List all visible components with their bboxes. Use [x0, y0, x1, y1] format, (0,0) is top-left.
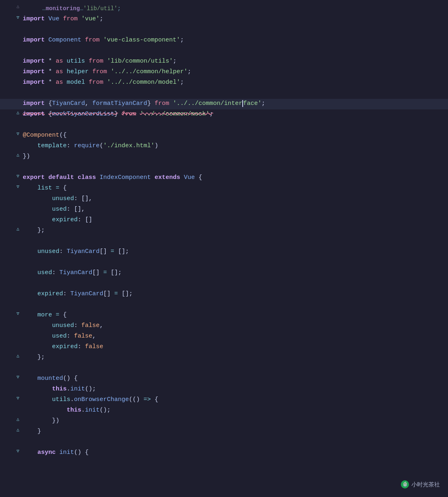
- code-editor: △ …monitoring…'lib/util'; ▽ import Vue f…: [0, 0, 448, 497]
- code-line: [0, 25, 448, 35]
- code-content: unused: [],: [21, 194, 441, 204]
- code-line: [0, 46, 448, 57]
- code-content: unused: TiyanCard[] = [];: [21, 247, 441, 257]
- code-content: }: [21, 427, 441, 437]
- code-content: [21, 162, 441, 172]
- code-content: }): [21, 416, 441, 426]
- code-line: this.init();: [0, 384, 448, 395]
- code-content: used: TiyanCard[] = [];: [21, 268, 441, 278]
- code-line: unused: TiyanCard[] = [];: [0, 247, 448, 257]
- code-line: ▽ async init() {: [0, 448, 448, 458]
- code-line: ▽ utils.onBrowserChange(() => {: [0, 395, 448, 405]
- code-content: import {mockTiyanCardList} from '../../c…: [21, 109, 441, 120]
- code-line: expired: []: [0, 215, 448, 226]
- code-content: mounted() {: [21, 374, 441, 384]
- code-content: more = {: [21, 310, 441, 320]
- watermark: 🍵 小时光茶社: [401, 480, 440, 489]
- fold-icon[interactable]: △: [15, 3, 21, 11]
- code-line: ▽ more = {: [0, 310, 448, 321]
- code-line: [0, 363, 448, 374]
- fold-icon[interactable]: ▽: [15, 173, 21, 180]
- fold-icon[interactable]: △: [15, 353, 21, 360]
- code-content: [21, 120, 441, 130]
- code-content: expired: false: [21, 342, 441, 352]
- code-line: [0, 257, 448, 268]
- code-line: [0, 437, 448, 448]
- code-line: expired: false: [0, 342, 448, 353]
- code-content: [21, 236, 441, 246]
- code-content: import {TiyanCard, formatTiyanCard} from…: [21, 99, 441, 109]
- code-line: ▽ import Vue from 'vue';: [0, 14, 448, 25]
- fold-icon[interactable]: ▽: [15, 310, 21, 318]
- code-content: this.init();: [21, 405, 441, 416]
- code-line: △ }: [0, 427, 448, 437]
- code-line: △ …monitoring…'lib/util';: [0, 3, 448, 14]
- code-content: import Vue from 'vue';: [21, 14, 441, 24]
- code-line: ▽ export default class IndexComponent ex…: [0, 173, 448, 183]
- code-line: △ };: [0, 226, 448, 236]
- code-line: ▽ mounted() {: [0, 374, 448, 384]
- fold-icon[interactable]: △: [15, 427, 21, 434]
- code-line: import Component from 'vue-class-compone…: [0, 35, 448, 46]
- code-line: [0, 300, 448, 310]
- code-content: used: false,: [21, 331, 441, 342]
- code-content: …monitoring…'lib/util';: [21, 3, 441, 14]
- code-line: import * as helper from '../../common/he…: [0, 67, 448, 78]
- code-line: used: [],: [0, 205, 448, 215]
- fold-icon[interactable]: ▽: [15, 448, 21, 455]
- code-line: used: false,: [0, 331, 448, 342]
- code-content: list = {: [21, 183, 441, 194]
- fold-icon[interactable]: △: [15, 152, 21, 159]
- code-line: unused: [],: [0, 194, 448, 205]
- code-line: unused: false,: [0, 321, 448, 331]
- fold-icon[interactable]: ▽: [15, 374, 21, 381]
- fold-icon[interactable]: ▽: [15, 183, 21, 191]
- code-line: △ }): [0, 416, 448, 427]
- code-content: import * as model from '../../common/mod…: [21, 78, 441, 88]
- code-content: expired: []: [21, 215, 441, 225]
- code-line: [0, 88, 448, 99]
- code-content: [21, 46, 441, 56]
- code-content: [21, 300, 441, 310]
- fold-icon[interactable]: △: [15, 416, 21, 423]
- fold-icon[interactable]: △: [15, 226, 21, 233]
- code-line: ▽ list = {: [0, 183, 448, 194]
- code-content: [21, 88, 441, 98]
- fold-icon[interactable]: △: [15, 109, 21, 117]
- fold-icon[interactable]: ▽: [15, 14, 21, 22]
- code-content: utils.onBrowserChange(() => {: [21, 395, 441, 405]
- fold-icon[interactable]: ▽: [15, 131, 21, 138]
- code-content: [21, 25, 441, 35]
- code-line-cursor: import {TiyanCard, formatTiyanCard} from…: [0, 99, 448, 109]
- code-content: this.init();: [21, 384, 441, 395]
- code-line: [0, 279, 448, 289]
- code-content: };: [21, 226, 441, 236]
- code-content: }): [21, 152, 441, 162]
- code-content: async init() {: [21, 448, 441, 458]
- code-line: [0, 162, 448, 173]
- code-line: used: TiyanCard[] = [];: [0, 268, 448, 279]
- code-line: import * as utils from 'lib/common/utils…: [0, 57, 448, 67]
- code-content: export default class IndexComponent exte…: [21, 173, 441, 183]
- watermark-icon: 🍵: [401, 480, 409, 488]
- code-line: [0, 236, 448, 247]
- code-content: used: [],: [21, 205, 441, 215]
- code-line: this.init();: [0, 405, 448, 416]
- code-content: [21, 437, 441, 447]
- fold-icon[interactable]: ▽: [15, 395, 21, 402]
- code-line: expired: TiyanCard[] = [];: [0, 289, 448, 300]
- code-area: △ …monitoring…'lib/util'; ▽ import Vue f…: [0, 0, 448, 462]
- code-content: unused: false,: [21, 321, 441, 331]
- code-line: △ import {mockTiyanCardList} from '../..…: [0, 109, 448, 120]
- code-content: import * as utils from 'lib/common/utils…: [21, 57, 441, 67]
- watermark-text: 小时光茶社: [411, 480, 440, 489]
- code-line: ▽ @Component({: [0, 131, 448, 141]
- code-content: template: require('./index.html'): [21, 141, 441, 151]
- code-content: import * as helper from '../../common/he…: [21, 67, 441, 77]
- code-content: [21, 257, 441, 268]
- code-content: };: [21, 353, 441, 363]
- code-content: [21, 363, 441, 373]
- code-content: [21, 279, 441, 289]
- code-line: import * as model from '../../common/mod…: [0, 78, 448, 88]
- code-content: expired: TiyanCard[] = [];: [21, 289, 441, 299]
